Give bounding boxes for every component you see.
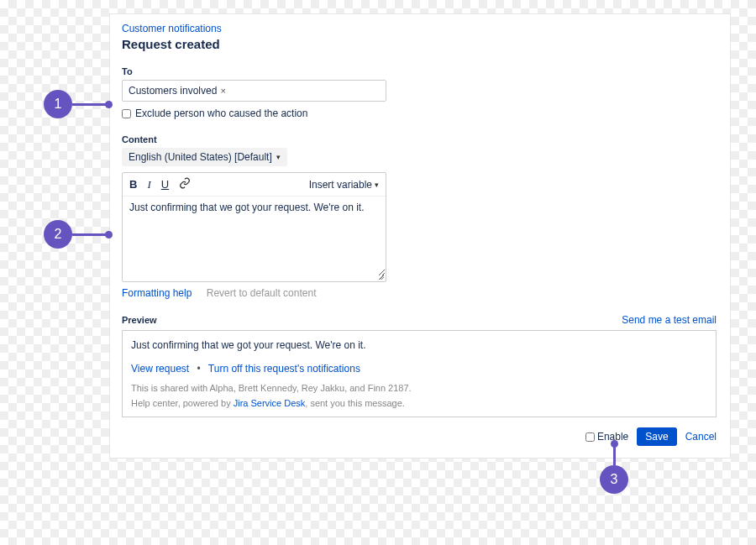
- to-field[interactable]: Customers involved ×: [122, 80, 386, 102]
- bold-button[interactable]: B: [129, 178, 137, 191]
- exclude-person-label: Exclude person who caused the action: [135, 107, 307, 119]
- save-button[interactable]: Save: [637, 427, 676, 446]
- underline-button[interactable]: U: [161, 178, 169, 191]
- resize-handle-icon[interactable]: [123, 276, 386, 281]
- cancel-button[interactable]: Cancel: [685, 431, 717, 443]
- notification-editor-panel: Customer notifications Request created T…: [109, 13, 731, 459]
- editor-textarea[interactable]: Just confirming that we got your request…: [123, 197, 386, 276]
- preview-header: Preview Send me a test email: [122, 314, 717, 326]
- italic-button[interactable]: I: [147, 178, 150, 191]
- turn-off-notifications-link[interactable]: Turn off this request's notifications: [208, 363, 360, 375]
- recipient-chip-label: Customers involved: [129, 85, 217, 97]
- insert-variable-label: Insert variable: [309, 179, 372, 191]
- separator-dot: •: [197, 363, 201, 375]
- jira-service-desk-link[interactable]: Jira Service Desk: [234, 398, 306, 408]
- content-label: Content: [122, 134, 717, 144]
- callout-2: 2: [44, 220, 72, 249]
- preview-body: Just confirming that we got your request…: [131, 339, 707, 351]
- editor-toolbar: B I U Insert variable ▾: [123, 173, 386, 197]
- content-editor: B I U Insert variable ▾ Just confirming …: [122, 172, 386, 282]
- send-test-email-link[interactable]: Send me a test email: [622, 314, 717, 326]
- chevron-down-icon: ▾: [375, 181, 379, 189]
- callout-1: 1: [44, 90, 72, 118]
- chevron-down-icon: ▾: [276, 153, 281, 161]
- footer-actions: Enable Save Cancel: [122, 427, 717, 446]
- breadcrumb[interactable]: Customer notifications: [122, 23, 717, 34]
- exclude-person-checkbox[interactable]: [122, 109, 131, 118]
- enable-checkbox[interactable]: [585, 432, 595, 442]
- toolbar-format-group: B I U: [129, 177, 191, 191]
- enable-row[interactable]: Enable: [585, 431, 628, 443]
- to-label: To: [122, 66, 717, 76]
- formatting-help-link[interactable]: Formatting help: [122, 287, 192, 299]
- preview-shared-text: This is shared with Alpha, Brett Kennedy…: [131, 383, 707, 393]
- revert-content-button[interactable]: Revert to default content: [207, 287, 317, 299]
- callout-3: 3: [600, 465, 628, 494]
- help-center-suffix: , sent you this message.: [305, 398, 405, 408]
- preview-actions: View request • Turn off this request's n…: [131, 363, 707, 375]
- preview-footer-text: Help center, powered by Jira Service Des…: [131, 398, 707, 408]
- callout-2-connector: [72, 233, 109, 236]
- preview-label: Preview: [122, 315, 157, 325]
- language-select[interactable]: English (United States) [Default] ▾: [122, 148, 287, 166]
- callout-3-connector: [613, 443, 616, 465]
- callout-1-connector: [72, 103, 109, 106]
- preview-box: Just confirming that we got your request…: [122, 330, 717, 417]
- insert-variable-button[interactable]: Insert variable ▾: [309, 179, 379, 191]
- help-center-prefix: Help center, powered by: [131, 398, 234, 408]
- remove-chip-icon[interactable]: ×: [220, 86, 225, 96]
- editor-footer-links: Formatting help Revert to default conten…: [122, 287, 717, 299]
- view-request-link[interactable]: View request: [131, 363, 189, 375]
- page-title: Request created: [122, 37, 717, 51]
- language-value: English (United States) [Default]: [129, 151, 272, 163]
- recipient-chip[interactable]: Customers involved ×: [127, 84, 228, 97]
- exclude-person-row[interactable]: Exclude person who caused the action: [122, 107, 717, 119]
- link-icon[interactable]: [179, 177, 191, 191]
